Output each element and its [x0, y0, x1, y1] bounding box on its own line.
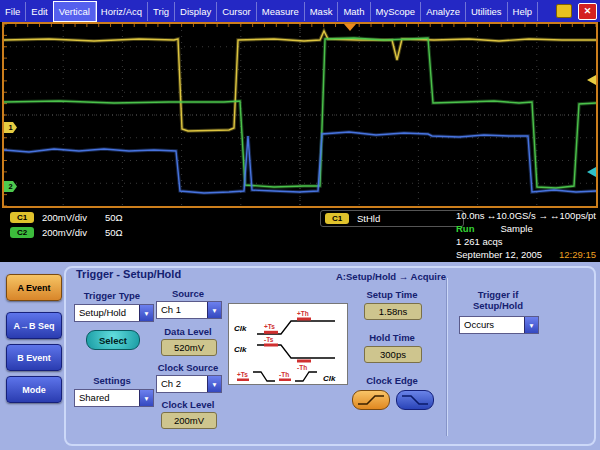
trigger-if-label-line1: Trigger if [458, 289, 538, 300]
settings-value: Shared [75, 390, 139, 406]
chevron-down-icon: ▼ [524, 317, 538, 333]
tab-a-event[interactable]: A Event [6, 274, 62, 301]
waveform-graticule [4, 24, 596, 206]
hold-time-label: Hold Time [356, 332, 428, 343]
menu-bar: File Edit Vertical Horiz/Acq Trig Displa… [0, 0, 600, 22]
channel-1-readout: C1 200mV/div 50Ω [10, 212, 123, 223]
menu-item-mask[interactable]: Mask [305, 2, 339, 21]
waveform-display[interactable]: 1 2 [2, 22, 598, 208]
settings-dropdown[interactable]: Shared ▼ [74, 389, 154, 407]
menu-item-display[interactable]: Display [175, 2, 217, 21]
source-dropdown[interactable]: Ch 1 ▼ [156, 301, 222, 319]
channel-2-impedance: 50Ω [105, 227, 123, 238]
sample-rate-readout: ↔10.0GS/s → [487, 210, 548, 221]
trigger-source-readout: C1 StHld [320, 210, 464, 227]
menu-item-edit[interactable]: Edit [26, 2, 53, 21]
acquisition-mode: Sample [500, 223, 532, 234]
menu-item-analyze[interactable]: Analyze [421, 2, 466, 21]
menu-item-vertical[interactable]: Vertical [54, 2, 96, 21]
menu-item-cursor[interactable]: Cursor [217, 2, 257, 21]
clock-source-value: Ch 2 [157, 376, 207, 392]
minus-th-label: -Th [279, 371, 289, 378]
trigger-if-value: Occurs [460, 317, 524, 333]
date-readout: September 12, 2005 [456, 249, 542, 260]
horizontal-readout: 10.0ns ↔10.0GS/s → ↔100ps/pt [456, 210, 596, 221]
settings-label: Settings [72, 375, 152, 386]
clk-label: Clk [234, 345, 247, 354]
channel-1-marker-label: 1 [8, 123, 12, 132]
clock-level-label: Clock Level [152, 399, 224, 410]
select-button[interactable]: Select [86, 330, 140, 350]
tab-mode[interactable]: Mode [6, 376, 62, 403]
channel-2-scale: 200mV/div [42, 227, 87, 238]
channel-1-impedance: 50Ω [105, 212, 123, 223]
minus-th-label: -Th [297, 364, 307, 371]
trigger-type-label: Trigger Type [72, 290, 152, 301]
trigger-if-dropdown[interactable]: Occurs ▼ [459, 316, 539, 334]
trigger-type-readout: StHld [357, 213, 380, 224]
chevron-down-icon: ▼ [139, 305, 153, 321]
chevron-down-icon: ▼ [139, 390, 153, 406]
rising-edge-icon [356, 394, 386, 406]
tab-a-b-sequence[interactable]: A→B Seq [6, 312, 62, 339]
menu-item-trig[interactable]: Trig [148, 2, 175, 21]
clk-label: Clk [323, 374, 336, 383]
clk-label: Clk [234, 324, 247, 333]
chevron-down-icon: ▼ [207, 302, 221, 318]
hold-time-value[interactable]: 300ps [364, 346, 422, 363]
oscilloscope-screen: File Edit Vertical Horiz/Acq Trig Displa… [0, 0, 600, 450]
source-label: Source [152, 288, 224, 299]
clock-source-label: Clock Source [149, 362, 227, 373]
menu-item-help[interactable]: Help [508, 2, 539, 21]
readout-strip: C1 200mV/div 50Ω C2 200mV/div 50Ω C1 StH… [0, 208, 600, 262]
acquisition-state: Run Sample [456, 223, 546, 234]
rising-edge-button[interactable] [352, 390, 390, 410]
setup-hold-diagram: Clk +Ts +Th Clk -Ts -Th +Ts -Th Clk [228, 303, 348, 385]
run-state: Run [456, 223, 474, 234]
trigger-source-badge: C1 [325, 213, 349, 224]
plus-ts-label: +Ts [237, 371, 248, 378]
channel-1-scale: 200mV/div [42, 212, 87, 223]
falling-edge-button[interactable] [396, 390, 434, 410]
chevron-down-icon: ▼ [207, 376, 221, 392]
menu-item-measure[interactable]: Measure [257, 2, 305, 21]
timebase-readout: 10.0ns [456, 210, 485, 221]
menu-item-utilities[interactable]: Utilities [466, 2, 508, 21]
panel-divider [446, 278, 447, 436]
channel-2-readout: C2 200mV/div 50Ω [10, 227, 123, 238]
minus-ts-label: -Ts [264, 336, 274, 343]
trigger-flow-label: A:Setup/Hold → Acquire [336, 271, 446, 282]
clock-edge-label: Clock Edge [352, 375, 432, 386]
menu-item-horiz-acq[interactable]: Horiz/Acq [96, 2, 148, 21]
channel-2-badge: C2 [10, 227, 34, 238]
menu-item-math[interactable]: Math [338, 2, 370, 21]
channel-2-marker-label: 2 [8, 182, 12, 191]
setup-time-label: Setup Time [356, 289, 428, 300]
menu-item-myscope[interactable]: MyScope [371, 2, 422, 21]
menu-item-file[interactable]: File [0, 2, 26, 21]
trigger-type-dropdown[interactable]: Setup/Hold ▼ [74, 304, 154, 322]
trigger-if-label-line2: Setup/Hold [458, 300, 538, 311]
plus-th-label: +Th [297, 310, 309, 317]
data-level-label: Data Level [152, 326, 224, 337]
time-readout: 12:29:15 [559, 249, 596, 260]
acquisition-count: 1 261 acqs [456, 236, 502, 247]
tab-b-event[interactable]: B Event [6, 344, 62, 371]
acquisition-count-row: 1 261 acqs [456, 236, 546, 247]
data-level-value[interactable]: 520mV [161, 339, 217, 356]
dialog-title: Trigger - Setup/Hold [76, 268, 181, 280]
datetime-row: September 12, 2005 12:29:15 [456, 249, 596, 260]
plus-ts-label: +Ts [264, 323, 275, 330]
resolution-readout: ↔100ps/pt [550, 210, 596, 221]
source-value: Ch 1 [157, 302, 207, 318]
clock-source-dropdown[interactable]: Ch 2 ▼ [156, 375, 222, 393]
falling-edge-icon [400, 394, 430, 406]
trigger-type-value: Setup/Hold [75, 305, 139, 321]
touchscreen-icon[interactable] [556, 4, 572, 18]
clock-level-value[interactable]: 200mV [161, 412, 217, 429]
setup-time-value[interactable]: 1.58ns [364, 303, 422, 320]
channel-1-badge: C1 [10, 212, 34, 223]
close-icon[interactable]: ✕ [578, 3, 597, 20]
